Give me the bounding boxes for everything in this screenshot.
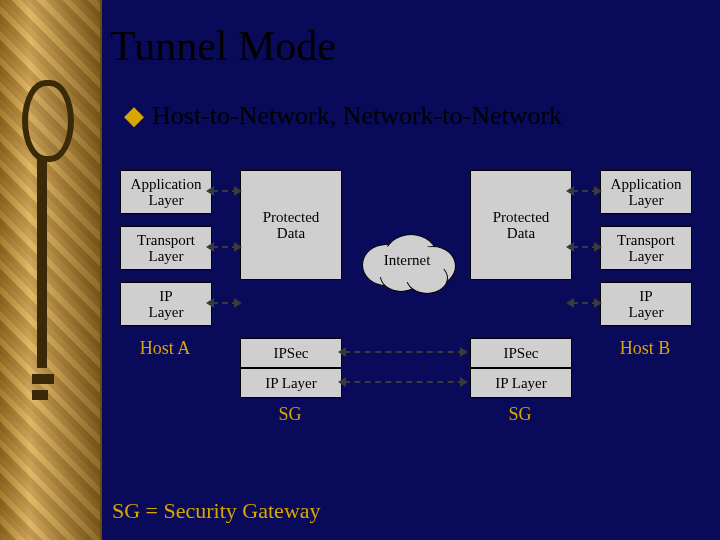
hosta-label: Host A bbox=[120, 338, 210, 359]
sg2-protected-data: ProtectedData bbox=[470, 170, 572, 280]
connector bbox=[344, 381, 464, 383]
hostb-application-layer: ApplicationLayer bbox=[600, 170, 692, 214]
arrow-left-icon bbox=[206, 186, 214, 196]
page-title: Tunnel Mode bbox=[110, 22, 336, 70]
arrow-right-icon bbox=[234, 242, 242, 252]
subtitle: ◆Host-to-Network, Network-to-Network bbox=[124, 100, 562, 131]
arrow-left-icon bbox=[338, 377, 346, 387]
sg2-label: SG bbox=[475, 404, 565, 425]
hosta-application-layer: ApplicationLayer bbox=[120, 170, 212, 214]
hostb-transport-layer: TransportLayer bbox=[600, 226, 692, 270]
arrow-left-icon bbox=[338, 347, 346, 357]
sg2-ip-layer: IP Layer bbox=[470, 368, 572, 398]
hosta-ip-layer: IPLayer bbox=[120, 282, 212, 326]
arrow-left-icon bbox=[566, 298, 574, 308]
decorative-sidebar bbox=[0, 0, 102, 540]
sg1-ipsec: IPSec bbox=[240, 338, 342, 368]
diagram-canvas: ApplicationLayer TransportLayer IPLayer … bbox=[100, 160, 710, 490]
arrow-right-icon bbox=[460, 377, 468, 387]
arrow-right-icon bbox=[594, 242, 602, 252]
arrow-right-icon bbox=[234, 186, 242, 196]
legend-text: SG = Security Gateway bbox=[112, 498, 321, 524]
sg2-ipsec: IPSec bbox=[470, 338, 572, 368]
arrow-left-icon bbox=[206, 298, 214, 308]
arrow-left-icon bbox=[566, 242, 574, 252]
diamond-bullet-icon: ◆ bbox=[124, 101, 144, 130]
sg1-ip-layer: IP Layer bbox=[240, 368, 342, 398]
arrow-left-icon bbox=[206, 242, 214, 252]
arrow-right-icon bbox=[234, 298, 242, 308]
arrow-right-icon bbox=[594, 298, 602, 308]
hostb-label: Host B bbox=[600, 338, 690, 359]
connector bbox=[344, 351, 464, 353]
sg1-label: SG bbox=[245, 404, 335, 425]
hostb-ip-layer: IPLayer bbox=[600, 282, 692, 326]
arrow-right-icon bbox=[460, 347, 468, 357]
sg1-protected-data: ProtectedData bbox=[240, 170, 342, 280]
arrow-left-icon bbox=[566, 186, 574, 196]
internet-label: Internet bbox=[362, 252, 452, 269]
arrow-right-icon bbox=[594, 186, 602, 196]
hosta-transport-layer: TransportLayer bbox=[120, 226, 212, 270]
subtitle-text: Host-to-Network, Network-to-Network bbox=[152, 101, 562, 130]
internet-cloud: Internet bbox=[362, 234, 452, 290]
key-icon bbox=[22, 80, 62, 400]
